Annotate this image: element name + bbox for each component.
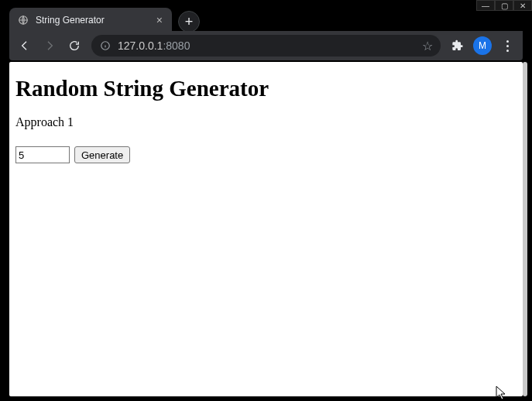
length-input[interactable] — [15, 146, 70, 163]
globe-icon — [17, 14, 29, 26]
profile-avatar[interactable]: M — [473, 36, 492, 55]
page-subheading: Approach 1 — [15, 115, 517, 129]
tab-title: String Generator — [36, 15, 149, 26]
close-tab-icon[interactable]: × — [155, 14, 164, 26]
new-tab-button[interactable]: + — [178, 11, 200, 33]
controls-row: Generate — [15, 146, 517, 163]
avatar-letter: M — [479, 40, 486, 51]
url-port: :8080 — [163, 39, 190, 52]
address-bar[interactable]: 127.0.0.1:8080 ☆ — [91, 35, 441, 57]
reload-button[interactable] — [63, 35, 85, 57]
browser-toolbar: 127.0.0.1:8080 ☆ M — [9, 31, 523, 60]
page-content: Random String Generator Approach 1 Gener… — [9, 62, 523, 170]
tab-bar: String Generator × + — [9, 6, 523, 33]
vertical-scrollbar[interactable] — [523, 62, 527, 396]
url-host: 127.0.0.1 — [118, 39, 163, 52]
site-info-icon[interactable] — [99, 39, 112, 52]
extensions-icon[interactable] — [447, 35, 469, 57]
bookmark-star-icon[interactable]: ☆ — [422, 39, 433, 53]
browser-menu-icon[interactable] — [496, 40, 518, 52]
back-button[interactable] — [14, 35, 36, 57]
forward-button[interactable] — [39, 35, 60, 57]
browser-tab[interactable]: String Generator × — [9, 8, 172, 33]
page-viewport: Random String Generator Approach 1 Gener… — [9, 62, 523, 396]
page-heading: Random String Generator — [15, 76, 517, 101]
url-text: 127.0.0.1:8080 — [118, 39, 416, 52]
generate-button[interactable]: Generate — [74, 146, 130, 163]
